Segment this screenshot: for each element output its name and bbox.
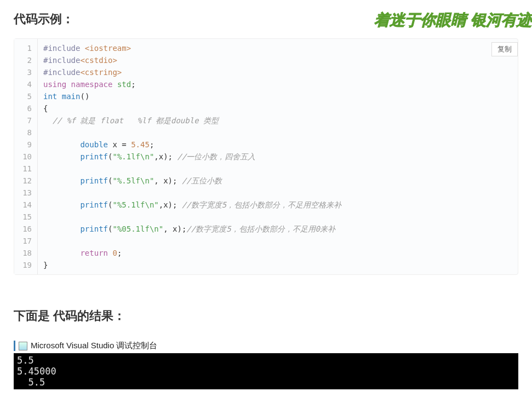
- code-line: [43, 211, 341, 223]
- line-number: 2: [14, 54, 37, 66]
- line-number: 19: [14, 259, 37, 271]
- code-line: return 0;: [43, 247, 341, 259]
- line-number-gutter: 12345678910111213141516171819: [14, 39, 38, 274]
- console-icon: [19, 342, 27, 350]
- code-line: // %f 就是 float %lf 都是double 类型: [43, 114, 341, 126]
- copy-button[interactable]: 复制: [491, 42, 518, 56]
- code-line: printf("%5.1lf\n",x); //数字宽度5，包括小数部分，不足用…: [43, 199, 341, 211]
- code-content: #include <iostream>#include<cstdio>#incl…: [38, 39, 347, 274]
- line-number: 6: [14, 102, 37, 114]
- code-line: #include<cstdio>: [43, 54, 341, 66]
- line-number: 17: [14, 235, 37, 247]
- line-number: 14: [14, 199, 37, 211]
- line-number: 9: [14, 139, 37, 151]
- code-line: using namespace std;: [43, 78, 341, 90]
- code-line: #include<cstring>: [43, 66, 341, 78]
- line-number: 7: [14, 114, 37, 126]
- code-line: printf("%.5lf\n", x); //五位小数: [43, 175, 341, 187]
- heading-result: 下面是 代码的结果：: [14, 308, 518, 324]
- code-line: printf("%05.1lf\n", x);//数字宽度5，包括小数部分，不足…: [43, 223, 341, 235]
- console-window: Microsoft Visual Studio 调试控制台 5.5 5.4500…: [14, 341, 518, 389]
- line-number: 8: [14, 126, 37, 139]
- line-number: 5: [14, 90, 37, 102]
- heading-code-example: 代码示例：: [14, 11, 518, 27]
- code-line: double x = 5.45;: [43, 139, 341, 151]
- code-line: int main(): [43, 90, 341, 102]
- console-title-bar: Microsoft Visual Studio 调试控制台: [14, 341, 518, 351]
- code-line: }: [43, 259, 341, 271]
- line-number: 13: [14, 187, 37, 199]
- code-line: [43, 235, 341, 247]
- line-number: 15: [14, 211, 37, 223]
- line-number: 12: [14, 175, 37, 187]
- line-number: 18: [14, 247, 37, 259]
- line-number: 11: [14, 163, 37, 175]
- code-line: [43, 126, 341, 139]
- line-number: 3: [14, 66, 37, 78]
- code-line: {: [43, 102, 341, 114]
- line-number: 1: [14, 42, 37, 54]
- code-block: 复制 12345678910111213141516171819 #includ…: [14, 38, 518, 275]
- console-output: 5.5 5.45000 5.5: [14, 353, 518, 389]
- code-line: #include <iostream>: [43, 42, 341, 54]
- code-line: [43, 187, 341, 199]
- code-line: [43, 163, 341, 175]
- code-line: printf("%.1lf\n",x); //一位小数，四舍五入: [43, 151, 341, 163]
- console-title: Microsoft Visual Studio 调试控制台: [31, 341, 157, 351]
- line-number: 10: [14, 151, 37, 163]
- line-number: 16: [14, 223, 37, 235]
- line-number: 4: [14, 78, 37, 90]
